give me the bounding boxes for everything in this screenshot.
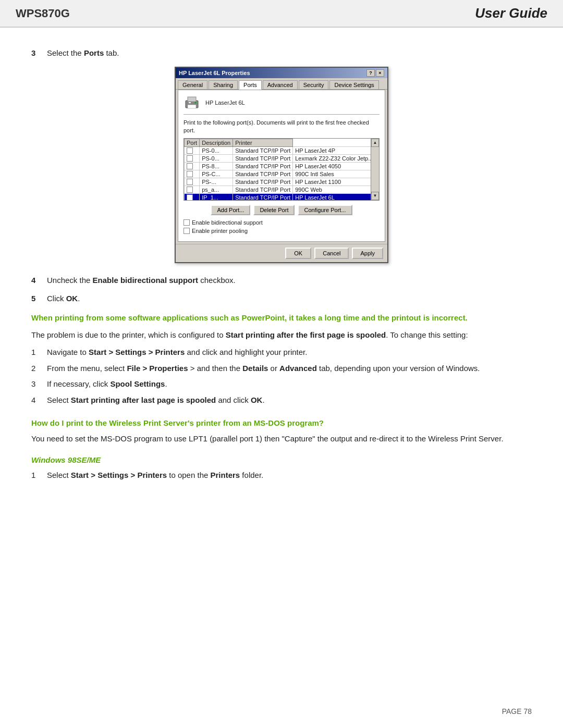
win-step-text-1: Select Start > Settings > Printers to op… [47,470,263,482]
checkbox-icon[interactable] [187,194,193,201]
step-3-text: Select the Ports tab. [47,48,119,57]
pooling-label: Enable printer pooling [192,228,248,234]
port-desc-3: Standard TCP/IP Port [233,162,293,170]
port-checkbox-4[interactable] [185,170,200,178]
scroll-up-arrow[interactable]: ▲ [371,139,379,147]
help-button[interactable]: ? [366,69,375,77]
step-5-text: Click OK. [47,294,80,303]
dialog-footer: OK Cancel Apply [176,244,387,262]
port-printer-4: 990C Intl Sales [293,170,375,178]
table-row[interactable]: PS-... Standard TCP/IP Port HP LaserJet … [185,178,375,186]
scroll-down-arrow[interactable]: ▼ [371,192,379,200]
port-desc-5: Standard TCP/IP Port [233,178,293,186]
checkbox-icon[interactable] [187,163,193,169]
win-step-bold-1a: Start > Settings > Printers [71,471,167,479]
delete-port-button[interactable]: Delete Port [253,205,295,215]
main-content: 3 Select the Ports tab. HP LaserJet 6L P… [0,28,563,507]
item-bold-2c: Advanced [279,364,317,373]
tab-general[interactable]: General [178,80,207,89]
apply-button[interactable]: Apply [352,248,383,259]
dialog-tabs: General Sharing Ports Advanced Security … [176,78,387,90]
port-printer-7: HP LaserJet 6L [293,193,375,201]
port-checkbox-2[interactable] [185,154,200,162]
numbered-item-2: 2 From the menu, select File > Propertie… [31,363,532,375]
properties-dialog: HP LaserJet 6L Properties ? × General Sh… [175,67,388,263]
table-row[interactable]: PS-0... Standard TCP/IP Port HP LaserJet… [185,146,375,154]
numbered-item-4: 4 Select Start printing after last page … [31,394,532,406]
item-bold-4a: Start printing after last page is spoole… [71,396,216,404]
port-checkbox-1[interactable] [185,146,200,154]
step-5: 5 Click OK. [31,294,532,303]
step-3-bold: Ports [84,48,104,57]
table-row[interactable]: PS-0... Standard TCP/IP Port Lexmark Z22… [185,154,375,162]
port-checkbox-3[interactable] [185,162,200,170]
port-checkbox-7[interactable] [185,193,200,201]
step-number-3: 3 [31,48,42,57]
port-desc-2: Standard TCP/IP Port [233,154,293,162]
port-list[interactable]: Port Description Printer PS-0... Standar… [183,138,380,201]
ports-table: Port Description Printer PS-0... Standar… [184,139,375,201]
scrollbar[interactable]: ▲ ▼ [371,139,379,200]
win-step-bold-1b: Printers [211,471,240,479]
item-bold-2b: Details [242,364,268,373]
svg-rect-1 [188,97,196,102]
bidirectional-checkbox[interactable] [183,219,190,226]
col-printer: Printer [233,139,293,146]
numbered-item-1: 1 Navigate to Start > Settings > Printer… [31,347,532,359]
win-step-1: 1 Select Start > Settings > Printers to … [31,470,532,482]
tab-sharing[interactable]: Sharing [209,80,238,89]
checkbox-icon[interactable] [187,187,193,193]
numbered-item-3: 3 If necessary, click Spool Settings. [31,378,532,390]
header: WPS870G User Guide [0,0,563,28]
table-row[interactable]: PS-8... Standard TCP/IP Port HP LaserJet… [185,162,375,170]
bidirectional-row: Enable bidirectional support [183,219,380,226]
titlebar-buttons: ? × [366,69,384,77]
windows-section-label: Windows 98SE/ME [31,455,532,464]
port-printer-6: 990C Web [293,186,375,193]
tab-ports[interactable]: Ports [239,80,262,90]
port-printer-3: HP LaserJet 4050 [293,162,375,170]
col-description: Description [200,139,233,146]
ok-button[interactable]: OK [285,248,311,259]
dos-text: You need to set the MS-DOS program to us… [31,433,532,445]
cancel-button[interactable]: Cancel [314,248,349,259]
problem-bold: Start printing after the first page is s… [226,330,386,339]
checkbox-icon[interactable] [187,155,193,162]
table-row[interactable]: ps_a... Standard TCP/IP Port 990C Web [185,186,375,193]
port-desc-1: Standard TCP/IP Port [233,146,293,154]
configure-port-button[interactable]: Configure Port... [298,205,352,215]
separator [183,114,380,115]
item-text-4: Select Start printing after last page is… [47,394,265,406]
port-printer-5: HP LaserJet 1100 [293,178,375,186]
port-checkbox-5[interactable] [185,178,200,186]
port-name-6: ps_a... [200,186,233,193]
step-4-text: Uncheck the Enable bidirectional support… [47,276,236,285]
printer-icon [183,95,200,110]
checkbox-icon[interactable] [187,147,193,154]
port-checkbox-6[interactable] [185,186,200,193]
ports-body: PS-0... Standard TCP/IP Port HP LaserJet… [185,146,375,201]
add-port-button[interactable]: Add Port... [211,205,250,215]
checkbox-icon[interactable] [187,171,193,177]
guide-title: User Guide [475,5,547,21]
pooling-checkbox[interactable] [183,228,190,234]
close-button[interactable]: × [376,69,384,77]
port-printer-1: HP LaserJet 4P [293,146,375,154]
item-bold-2a: File > Properties [127,364,188,373]
port-desc-4: Standard TCP/IP Port [233,170,293,178]
svg-rect-3 [189,102,191,103]
tab-device-settings[interactable]: Device Settings [329,80,378,89]
item-text-2: From the menu, select File > Properties … [47,363,480,375]
col-port: Port [185,139,200,146]
item-num-2: 2 [31,363,40,375]
port-printer-2: Lexmark Z22-Z32 Color Jetp... [293,154,375,162]
dialog-body: HP LaserJet 6L Print to the following po… [178,90,385,242]
checkbox-icon[interactable] [187,179,193,185]
tab-advanced[interactable]: Advanced [263,80,298,89]
table-row[interactable]: PS-C... Standard TCP/IP Port 990C Intl S… [185,170,375,178]
table-row[interactable]: IP_1... Standard TCP/IP Port HP LaserJet… [185,193,375,201]
bidirectional-label: Enable bidirectional support [192,219,263,226]
item-bold-4b: OK [251,396,263,404]
numbered-steps: 1 Navigate to Start > Settings > Printer… [31,347,532,406]
tab-security[interactable]: Security [299,80,329,89]
